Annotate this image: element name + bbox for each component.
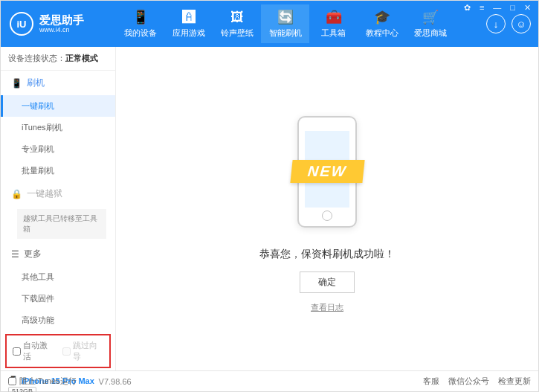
ok-button[interactable]: 确定 [300,271,355,293]
footer-check-update[interactable]: 检查更新 [498,376,531,387]
sidebar-item-batch[interactable]: 批量刷机 [1,160,115,181]
success-illustration: NEW [253,105,401,239]
block-itunes-checkbox[interactable]: 阻止iTunes运行 [8,376,77,387]
sidebar-section-more[interactable]: ☰ 更多 [1,242,115,266]
nav-ringtone-wallpaper[interactable]: 🖼铃声壁纸 [213,4,261,43]
main-content: NEW 恭喜您，保资料刷机成功啦！ 确定 查看日志 [116,47,538,370]
nav-tutorial[interactable]: 🎓教程中心 [358,4,406,43]
menu-icon[interactable]: ≡ [477,3,486,13]
logo[interactable]: iU 爱思助手 www.i4.cn [1,12,116,36]
sidebar-item-oneclick[interactable]: 一键刷机 [1,95,115,117]
main-nav: 📱我的设备 🅰应用游戏 🖼铃声壁纸 🔄智能刷机 🧰工具箱 🎓教程中心 🛒爱思商城 [116,4,486,43]
phone-icon: 📱 [11,78,22,89]
sidebar-item-itunes[interactable]: iTunes刷机 [1,117,115,138]
brand-url: www.i4.cn [39,26,84,33]
version-label: V7.98.66 [99,377,132,386]
list-icon: ☰ [11,249,19,260]
sidebar-section-jailbreak: 🔒 一键越狱 [1,181,115,206]
sidebar-item-download-firmware[interactable]: 下载固件 [1,288,115,309]
nav-store[interactable]: 🛒爱思商城 [406,4,454,43]
brand-name: 爱思助手 [39,14,84,27]
success-message: 恭喜您，保资料刷机成功啦！ [259,248,395,261]
skin-icon[interactable]: ✿ [462,3,473,13]
nav-my-device[interactable]: 📱我的设备 [116,4,164,43]
nav-smart-flash[interactable]: 🔄智能刷机 [261,4,309,43]
close-icon[interactable]: ✕ [522,3,533,13]
flash-icon: 🔄 [277,9,294,25]
jailbreak-note: 越狱工具已转移至工具箱 [17,209,106,239]
media-icon: 🖼 [230,10,244,25]
connection-status: 设备连接状态：正常模式 [1,47,115,71]
sidebar: 设备连接状态：正常模式 📱 刷机 一键刷机 iTunes刷机 专业刷机 批量刷机… [1,47,116,370]
sidebar-item-pro[interactable]: 专业刷机 [1,138,115,160]
sidebar-item-other-tools[interactable]: 其他工具 [1,266,115,288]
lock-icon: 🔒 [11,189,22,199]
tutorial-icon: 🎓 [374,9,390,25]
toolbox-icon: 🧰 [326,9,342,25]
window-controls: ✿ ≡ — □ ✕ [462,3,533,13]
footer-support[interactable]: 客服 [423,376,439,387]
account-button[interactable]: ☺ [511,14,531,33]
minimize-icon[interactable]: — [491,3,503,13]
view-log-link[interactable]: 查看日志 [311,302,343,313]
auto-activate-checkbox[interactable]: 自动激活 [13,340,54,362]
nav-apps-games[interactable]: 🅰应用游戏 [164,4,213,43]
sidebar-item-advanced[interactable]: 高级功能 [1,309,115,331]
apps-icon: 🅰 [182,10,196,25]
sidebar-section-flash[interactable]: 📱 刷机 [1,71,115,95]
maximize-icon[interactable]: □ [508,3,517,13]
logo-icon: iU [10,12,33,36]
options-highlight-box: 自动激活 跳过向导 [5,334,111,368]
nav-toolbox[interactable]: 🧰工具箱 [309,4,358,43]
new-ribbon: NEW [290,160,364,183]
app-header: iU 爱思助手 www.i4.cn 📱我的设备 🅰应用游戏 🖼铃声壁纸 🔄智能刷… [1,1,538,47]
download-button[interactable]: ↓ [486,14,506,33]
footer-wechat[interactable]: 微信公众号 [448,376,489,387]
store-icon: 🛒 [422,9,439,25]
skip-guide-checkbox[interactable]: 跳过向导 [62,340,103,362]
device-icon: 📱 [132,9,149,25]
status-bar: 阻止iTunes运行 V7.98.66 客服 微信公众号 检查更新 [1,370,538,391]
